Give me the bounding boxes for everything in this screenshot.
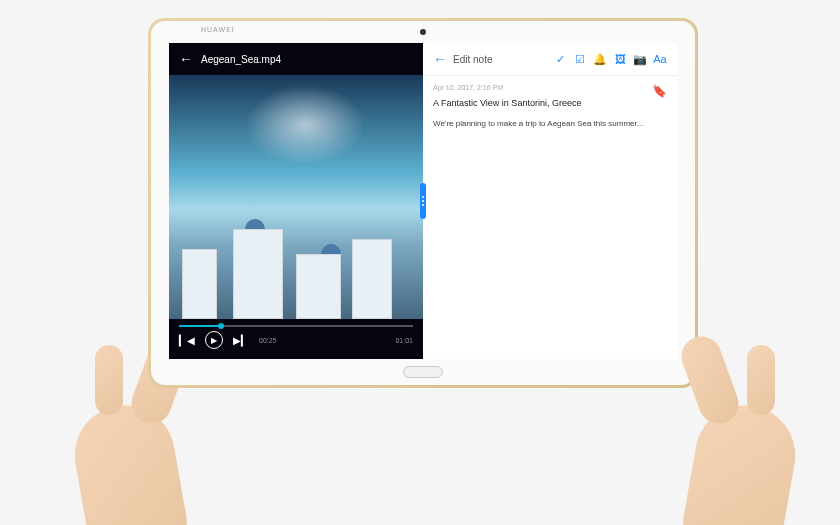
notes-pane: ← Edit note ✓ ☑ 🔔 🖼 📷 Aa Apr 10, 2017, 2… <box>423 43 677 359</box>
previous-track-icon[interactable]: ▎◀ <box>179 335 195 346</box>
note-heading[interactable]: A Fantastic View in Santorini, Greece <box>433 98 667 108</box>
video-controls: ▎◀ ▶ ▶▎ 00:25 01:01 <box>169 319 423 359</box>
progress-bar[interactable] <box>179 325 413 327</box>
camera-icon[interactable]: 📷 <box>633 53 647 66</box>
tablet-screen: ← Aegean_Sea.mp4 <box>169 43 677 359</box>
note-header: ← Edit note ✓ ☑ 🔔 🖼 📷 Aa <box>423 43 677 76</box>
note-header-title: Edit note <box>453 54 492 65</box>
tablet-bezel: HUAWEI ← Aegean_Sea.mp4 <box>151 21 695 385</box>
checklist-icon[interactable]: ☑ <box>573 53 587 66</box>
video-player-pane: ← Aegean_Sea.mp4 <box>169 43 423 359</box>
image-icon[interactable]: 🖼 <box>613 53 627 65</box>
reminder-bell-icon[interactable]: 🔔 <box>593 53 607 66</box>
video-title: Aegean_Sea.mp4 <box>201 54 281 65</box>
brand-label: HUAWEI <box>201 26 235 33</box>
next-track-icon[interactable]: ▶▎ <box>233 335 249 346</box>
back-arrow-icon[interactable]: ← <box>179 51 193 67</box>
note-text[interactable]: We're planning to make a trip to Aegean … <box>433 118 667 129</box>
text-format-button[interactable]: Aa <box>653 53 667 65</box>
front-camera <box>420 29 426 35</box>
progress-thumb[interactable] <box>218 323 224 329</box>
split-screen-handle[interactable] <box>420 183 426 219</box>
hand-right <box>650 285 830 525</box>
note-timestamp: Apr 10, 2017, 2:16 PM <box>433 84 503 91</box>
note-back-arrow-icon[interactable]: ← <box>433 51 447 67</box>
video-viewport[interactable] <box>169 75 423 319</box>
video-header: ← Aegean_Sea.mp4 <box>169 43 423 75</box>
home-button[interactable] <box>403 366 443 378</box>
bookmark-icon[interactable]: 🔖 <box>652 84 667 98</box>
current-time: 00:25 <box>259 337 277 344</box>
total-time: 01:01 <box>395 337 413 344</box>
tablet-frame: HUAWEI ← Aegean_Sea.mp4 <box>148 18 698 388</box>
checkmark-icon[interactable]: ✓ <box>553 53 567 66</box>
play-button-icon[interactable]: ▶ <box>205 331 223 349</box>
note-body[interactable]: Apr 10, 2017, 2:16 PM 🔖 A Fantastic View… <box>423 76 677 359</box>
